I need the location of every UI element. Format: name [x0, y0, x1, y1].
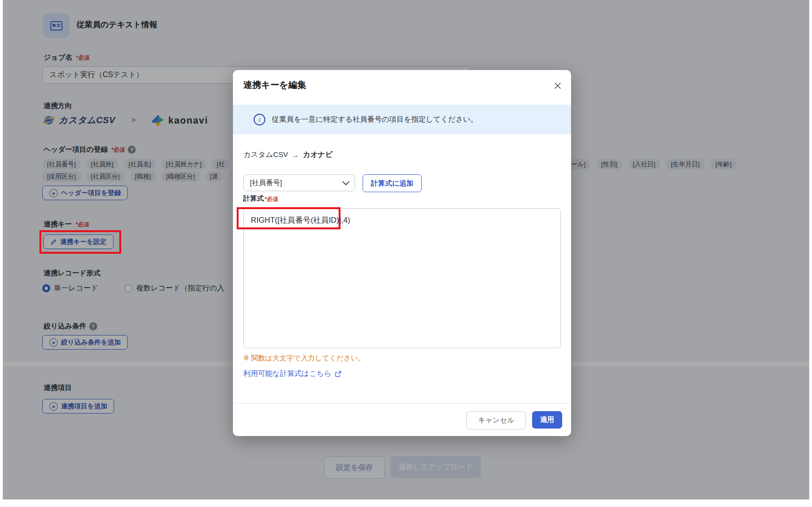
available-formulas-link[interactable]: 利用可能な計算式はこちら: [243, 369, 341, 379]
info-banner-text: 従業員を一意に特定する社員番号の項目を指定してください。: [272, 115, 478, 125]
info-banner: i 従業員を一意に特定する社員番号の項目を指定してください。: [233, 105, 571, 134]
footer-divider: [233, 403, 571, 404]
annotation-rect-formula: [237, 207, 340, 229]
field-select[interactable]: [社員番号]: [243, 174, 355, 191]
close-icon: [554, 82, 561, 89]
field-select-value: [社員番号]: [250, 179, 282, 187]
chevron-down-icon: [342, 178, 350, 185]
uppercase-note: ※ 関数は大文字で入力してください。: [243, 354, 365, 363]
mapping-route: カスタムCSV → カオナビ: [243, 150, 333, 160]
info-icon: i: [254, 114, 265, 125]
external-link-icon: [335, 371, 341, 377]
cancel-button[interactable]: キャンセル: [466, 411, 526, 429]
modal-title: 連携キーを編集: [243, 79, 306, 91]
route-source: カスタムCSV: [243, 150, 288, 160]
route-arrow-icon: →: [292, 151, 299, 159]
formula-label: 計算式*必須: [243, 194, 278, 203]
modal-close-button[interactable]: [552, 80, 563, 91]
required-badge: *必須: [265, 196, 278, 203]
route-target: カオナビ: [303, 150, 333, 160]
annotation-rect-link-key-button: [39, 230, 121, 254]
apply-button[interactable]: 適用: [532, 411, 562, 429]
add-to-formula-button[interactable]: 計算式に追加: [363, 174, 422, 192]
edit-link-key-modal: 連携キーを編集 i 従業員を一意に特定する社員番号の項目を指定してください。 カ…: [233, 70, 571, 436]
